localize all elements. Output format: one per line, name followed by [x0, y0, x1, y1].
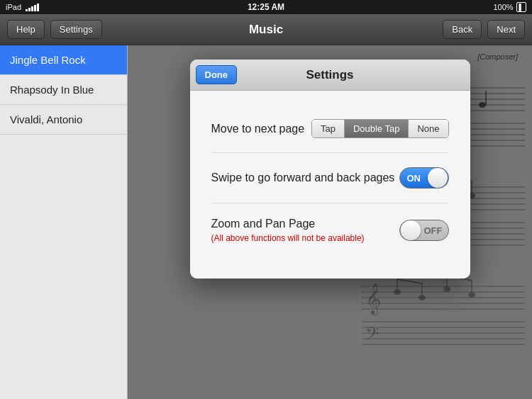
- back-button[interactable]: Back: [443, 20, 482, 39]
- segmented-control-move-next: Tap Double Tap None: [311, 119, 449, 138]
- setting-label-zoom: Zoom and Pan Page: [211, 218, 365, 230]
- sidebar-item-vivaldi-antonio[interactable]: Vivaldi, Antonio: [0, 105, 127, 135]
- toggle-swipe[interactable]: ON: [399, 167, 449, 189]
- sidebar-item-label: Rhapsody In Blue: [10, 84, 94, 96]
- nav-left-buttons: Help Settings: [7, 20, 102, 39]
- signal-icon: [26, 4, 39, 11]
- status-right: 100% ▌: [493, 2, 526, 12]
- settings-button[interactable]: Settings: [50, 20, 102, 39]
- setting-row-swipe: Swipe to go forward and back pages ON: [211, 153, 449, 203]
- toggle-thumb-off: [401, 220, 421, 240]
- status-bar: iPad 12:25 AM 100% ▌: [0, 0, 532, 14]
- toggle-zoom[interactable]: OFF: [399, 220, 449, 241]
- modal-overlay: Done Settings Move to next page Tap Doub…: [128, 45, 532, 399]
- modal-title: Settings: [306, 68, 353, 82]
- seg-none[interactable]: None: [409, 120, 448, 137]
- status-time: 12:25 AM: [248, 2, 284, 12]
- nav-bar: Help Settings Music Back Next: [0, 14, 532, 45]
- done-button[interactable]: Done: [196, 65, 238, 84]
- setting-row-zoom: Zoom and Pan Page (All above functions w…: [211, 203, 449, 257]
- help-button[interactable]: Help: [7, 20, 45, 39]
- sidebar-item-label: Vivaldi, Antonio: [10, 113, 82, 125]
- sidebar-item-jingle-bell-rock[interactable]: Jingle Bell Rock: [0, 45, 127, 75]
- nav-right-buttons: Back Next: [443, 20, 525, 39]
- battery-label: 100%: [493, 3, 513, 11]
- modal-body: Move to next page Tap Double Tap None Sw…: [190, 91, 470, 279]
- settings-modal: Done Settings Move to next page Tap Doub…: [190, 60, 470, 279]
- toggle-thumb: [428, 168, 448, 188]
- setting-label-swipe: Swipe to go forward and back pages: [211, 172, 395, 184]
- content-area: [Composer]: [128, 45, 532, 399]
- sidebar-item-label: Jingle Bell Rock: [10, 54, 86, 66]
- modal-header: Done Settings: [190, 60, 470, 91]
- setting-label-group-zoom: Zoom and Pan Page (All above functions w…: [211, 218, 365, 243]
- setting-row-move-next: Move to next page Tap Double Tap None: [211, 105, 449, 153]
- carrier-label: iPad: [6, 3, 21, 11]
- status-left: iPad: [6, 3, 39, 11]
- nav-title: Music: [249, 23, 283, 37]
- main-layout: Jingle Bell Rock Rhapsody In Blue Vivald…: [0, 45, 532, 399]
- setting-sub-label-zoom: (All above functions will not be availab…: [211, 233, 365, 243]
- seg-double-tap[interactable]: Double Tap: [345, 120, 409, 137]
- sidebar: Jingle Bell Rock Rhapsody In Blue Vivald…: [0, 45, 128, 399]
- battery-icon: ▌: [516, 2, 526, 12]
- setting-label-move-next: Move to next page: [211, 123, 305, 135]
- sidebar-item-rhapsody-in-blue[interactable]: Rhapsody In Blue: [0, 75, 127, 105]
- next-button[interactable]: Next: [487, 20, 525, 39]
- seg-tap[interactable]: Tap: [312, 120, 345, 137]
